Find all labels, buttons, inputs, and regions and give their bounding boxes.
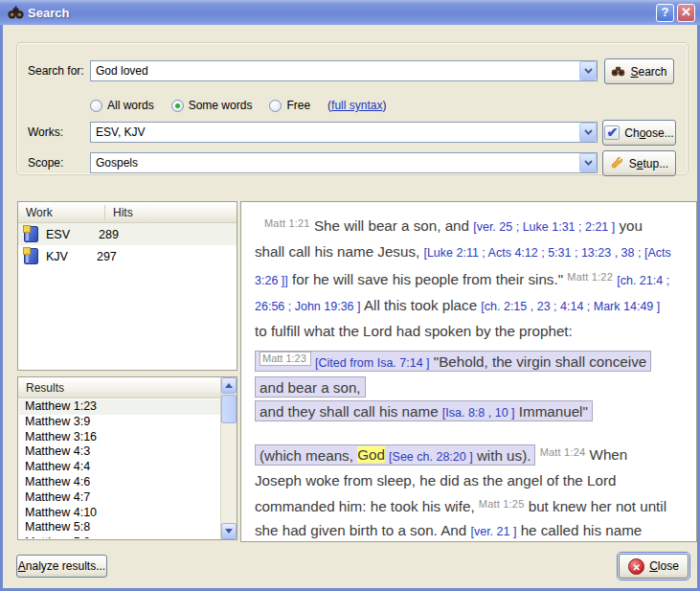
verse-ref: Matt 1:24 xyxy=(540,446,586,458)
scope-value[interactable]: Gospels xyxy=(91,156,579,170)
full-syntax-link-wrap: (full syntax) xyxy=(327,99,386,112)
cross-reference[interactable]: [ver. 25 ; Luke 1:31 ; 2:21 ] xyxy=(473,220,615,234)
arrow-down-icon xyxy=(225,529,233,534)
cross-reference[interactable]: [ver. 21 ] xyxy=(470,525,516,538)
cross-reference[interactable]: [Isa. 8:8 , 10 ] xyxy=(442,405,515,419)
works-dropdown-button[interactable] xyxy=(579,123,597,142)
search-hit: God xyxy=(357,446,385,463)
list-item[interactable]: Matthew 1:23 xyxy=(19,399,220,415)
list-item[interactable]: Matthew 4:3 xyxy=(19,444,220,460)
search-term-dropdown-button[interactable] xyxy=(579,61,597,80)
results-list: Results Matthew 1:23Matthew 3:9Matthew 3… xyxy=(17,376,237,540)
cross-reference[interactable]: [ch. 2:15 , 23 ; 4:14 ; Mark 14:49 ] xyxy=(481,300,660,313)
radio-circle-icon xyxy=(90,100,102,112)
verse-ref: Matt 1:23 xyxy=(260,352,311,366)
choose-works-button[interactable]: ✔ Choose... xyxy=(602,120,676,146)
column-work[interactable]: Work xyxy=(18,202,104,222)
work-name: ESV xyxy=(46,228,70,241)
verse-text: and they shall call his name xyxy=(260,402,442,419)
verse-text: Immanuel" xyxy=(515,402,588,419)
quoted-poetry-block: Matt 1:23 [Cited from Isa. 7:14 ] "Behol… xyxy=(255,347,671,424)
results-list-body: Matthew 1:23Matthew 3:9Matthew 3:16Matth… xyxy=(19,399,220,538)
works-label: Works: xyxy=(28,125,63,139)
radio-some-words-label: Some words xyxy=(189,99,253,112)
list-item[interactable]: Matthew 3:16 xyxy=(19,430,220,445)
search-button[interactable]: Search xyxy=(604,58,674,84)
choose-button-label: Choose... xyxy=(624,126,673,140)
binoculars-icon xyxy=(8,5,24,20)
list-item[interactable]: Matthew 4:10 xyxy=(19,506,220,521)
cross-reference[interactable]: [See ch. 28:20 ] xyxy=(389,449,473,463)
radio-free[interactable]: Free xyxy=(269,99,310,112)
help-button[interactable]: ? xyxy=(656,4,674,22)
scroll-up-button[interactable] xyxy=(221,377,237,394)
spacer xyxy=(255,424,671,441)
hit-count: 289 xyxy=(99,228,119,241)
hits-table: Work Hits ESV289KJV297 xyxy=(17,201,237,371)
list-item[interactable]: Matthew 5:8 xyxy=(19,520,220,535)
radio-all-words-label: All words xyxy=(107,99,154,112)
analyze-results-button[interactable]: Analyze results... xyxy=(16,555,107,578)
table-row[interactable]: ESV289 xyxy=(18,223,237,245)
highlighted-phrase: (which means, God [See ch. 28:20 ] with … xyxy=(255,444,535,466)
list-item[interactable]: Matthew 4:7 xyxy=(19,490,220,506)
scope-dropdown-button[interactable] xyxy=(579,153,597,172)
radio-circle-icon xyxy=(171,100,184,112)
search-term-combobox[interactable]: God loved xyxy=(90,60,598,81)
verse-ref: Matt 1:21 xyxy=(264,217,310,229)
verse-ref: Matt 1:25 xyxy=(479,498,525,510)
chevron-down-icon xyxy=(584,129,593,135)
close-button[interactable]: ✕ Close xyxy=(619,554,689,579)
titlebar[interactable]: Search ? ✕ xyxy=(0,0,700,25)
results-scrollbar[interactable] xyxy=(220,377,237,539)
verse-text: She will bear a son, and xyxy=(310,217,474,234)
verse-paragraph: Matt 1:21 She will bear a son, and [ver.… xyxy=(255,212,671,343)
close-red-icon: ✕ xyxy=(628,558,644,575)
scope-setup-button[interactable]: Setup... xyxy=(602,150,676,176)
verse-text: All this took place xyxy=(361,297,482,313)
verse-ref: Matt 1:22 xyxy=(567,271,613,283)
list-item[interactable]: Matthew 5:9 xyxy=(19,535,220,538)
cross-reference[interactable]: [Cited from Isa. 7:14 ] xyxy=(315,355,430,369)
wrench-icon xyxy=(610,157,624,170)
setup-button-label: Setup... xyxy=(629,157,668,170)
search-term-value[interactable]: God loved xyxy=(91,64,579,78)
verse-text: for he will save his people from their s… xyxy=(288,271,568,287)
verse-text: to fulfill what the Lord had spoken by t… xyxy=(255,323,573,339)
works-value[interactable]: ESV, KJV xyxy=(91,125,579,139)
hits-table-header[interactable]: Work Hits xyxy=(18,202,237,223)
scrollbar-thumb[interactable] xyxy=(221,395,237,423)
paren: ) xyxy=(382,99,386,112)
verse-text: with us). xyxy=(473,446,531,463)
window-title: Search xyxy=(28,6,69,20)
scroll-down-button[interactable] xyxy=(221,523,237,539)
bible-book-icon xyxy=(24,248,38,264)
results-header-label: Results xyxy=(18,377,72,398)
table-row[interactable]: KJV297 xyxy=(18,245,237,267)
window-close-button[interactable]: ✕ xyxy=(677,4,695,22)
scope-label: Scope: xyxy=(28,156,63,170)
verse-text-pane[interactable]: Matt 1:21 She will bear a son, and [ver.… xyxy=(240,201,697,542)
verse-text: (which means, xyxy=(260,446,357,463)
verse-paragraph: (which means, God [See ch. 28:20 ] with … xyxy=(255,441,671,542)
results-header[interactable]: Results xyxy=(18,377,220,398)
list-item[interactable]: Matthew 4:4 xyxy=(19,460,220,475)
word-mode-options: All words Some words Free (full syntax) xyxy=(90,99,386,112)
analyze-button-label: Analyze results... xyxy=(18,559,105,573)
search-for-label: Search for: xyxy=(28,64,84,78)
radio-some-words[interactable]: Some words xyxy=(171,99,253,112)
works-combobox[interactable]: ESV, KJV xyxy=(90,122,598,143)
search-button-label: Search xyxy=(630,65,666,79)
list-item[interactable]: Matthew 4:6 xyxy=(19,475,220,490)
column-hits[interactable]: Hits xyxy=(105,202,141,222)
list-item[interactable]: Matthew 3:9 xyxy=(19,415,220,430)
close-button-label: Close xyxy=(649,559,679,573)
search-dialog: Search ? ✕ Search for: God loved xyxy=(0,0,700,591)
checkmark-icon: ✔ xyxy=(604,125,620,140)
poetry-line: and they shall call his name [Isa. 8:8 ,… xyxy=(255,398,671,424)
full-syntax-link[interactable]: full syntax xyxy=(331,99,382,112)
radio-all-words[interactable]: All words xyxy=(90,99,154,112)
binoculars-icon xyxy=(611,66,625,77)
radio-circle-icon xyxy=(269,100,282,112)
scope-combobox[interactable]: Gospels xyxy=(90,152,598,173)
